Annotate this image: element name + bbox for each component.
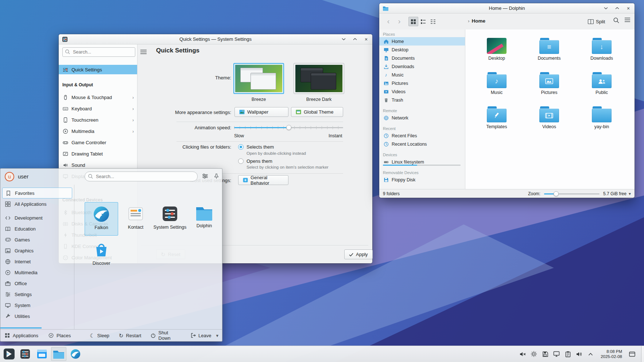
places-item-floppy-disk[interactable]: Floppy Disk [379,176,465,184]
show-desktop-icon[interactable] [628,350,636,358]
settings-titlebar[interactable]: Quick Settings — System Settings × [59,34,372,44]
volume-icon[interactable] [575,350,583,358]
back-button[interactable]: ‹ [384,16,393,26]
user-avatar[interactable]: u [5,172,14,181]
nav-item-touchscreen[interactable]: Touchscreen › [59,114,137,126]
nav-item-quick-settings[interactable]: Quick Settings [59,65,137,74]
folder-videos[interactable]: Videos [523,106,575,139]
leave-button[interactable]: Leave ▾ [191,333,218,338]
taskbar-task-falkon[interactable] [68,347,83,361]
sidebar-item-internet[interactable]: Internet [0,256,74,267]
display-icon[interactable] [552,350,560,358]
night-color-icon[interactable] [530,350,538,358]
opens-them-label[interactable]: Opens them [247,158,272,164]
places-item-downloads[interactable]: Downloads [379,62,465,71]
applications-tab[interactable]: Applications [4,333,38,339]
folder-pictures[interactable]: Pictures [523,72,575,105]
places-item-network[interactable]: Network [379,114,465,122]
application-launcher-button[interactable] [2,347,16,361]
nav-item-multimedia[interactable]: Multimedia › [59,126,137,137]
nav-item-mouse-touchpad[interactable]: Mouse & Touchpad › [59,92,137,103]
launcher-search-input[interactable] [85,172,198,181]
restart-button[interactable]: ↻ Restart [119,333,141,338]
animation-speed-slider[interactable] [234,125,343,130]
folder-music[interactable]: ♪ Music [470,72,523,105]
places-item-trash[interactable]: Trash [379,96,465,104]
sidebar-item-utilities[interactable]: Utilities [0,311,74,322]
minimize-button[interactable] [603,5,609,11]
app-tile-falkon[interactable]: Falkon [85,202,118,236]
settings-search-field[interactable] [62,47,135,57]
sidebar-item-office[interactable]: Office [0,278,74,289]
settings-search-input[interactable] [62,47,135,57]
nav-item-drawing-tablet[interactable]: Drawing Tablet [59,148,137,160]
sidebar-item-development[interactable]: Development [0,212,74,223]
places-item-music[interactable]: ♪ Music [379,71,465,79]
nav-item-keyboard[interactable]: Keyboard › [59,103,137,114]
compact-view-button[interactable] [428,17,438,26]
places-item-home[interactable]: Home [379,37,465,46]
apply-button[interactable]: Apply [344,249,373,259]
folder-downloads[interactable]: ↓ Downloads [575,38,628,71]
places-item-desktop[interactable]: Desktop [379,46,465,54]
sidebar-item-multimedia[interactable]: Multimedia [0,267,74,278]
clipboard-icon[interactable] [564,350,572,358]
app-tile-discover[interactable]: Discover [85,238,118,272]
disk-devices-icon[interactable] [541,350,549,358]
dolphin-titlebar[interactable]: Home — Dolphin × [379,3,635,13]
breadcrumb-home[interactable]: Home [472,18,486,24]
minimize-button[interactable] [341,36,346,42]
folder-templates[interactable]: Templates [470,106,523,139]
slider-handle[interactable] [286,125,291,130]
split-button[interactable]: Split [588,17,605,26]
app-tile-system-settings[interactable]: System Settings [153,202,187,236]
sidebar-item-graphics[interactable]: Graphics [0,245,74,256]
taskbar-task-app-window[interactable] [34,347,50,361]
folder-yay-bin[interactable]: yay-bin [575,106,628,139]
launcher-search-field[interactable] [85,172,198,181]
taskbar-task-system-settings[interactable] [18,347,33,361]
zoom-slider-handle[interactable] [554,191,559,196]
digital-clock[interactable]: 8:08 PM 2025-02-08 [601,349,622,359]
sidebar-item-games[interactable]: Games [0,234,74,245]
places-item-recent-files[interactable]: Recent Files [379,131,465,140]
search-icon[interactable] [613,17,620,24]
details-view-button[interactable] [418,17,428,26]
places-item-videos[interactable]: Videos [379,87,465,96]
places-item-recent-locations[interactable]: Recent Locations [379,140,465,148]
pin-icon[interactable] [214,173,219,179]
forward-button[interactable]: › [395,16,404,26]
shut-down-button[interactable]: Shut Down [151,330,181,341]
sidebar-item-system[interactable]: System [0,300,74,311]
volume-muted-icon[interactable] [519,350,527,358]
places-tab[interactable]: Places [48,333,71,339]
sidebar-item-education[interactable]: Education [0,223,74,234]
taskbar-task-dolphin[interactable] [51,347,66,361]
show-desktop-edge[interactable] [641,346,644,362]
sidebar-scroll-indicator[interactable] [0,327,42,328]
zoom-slider[interactable] [544,191,600,197]
theme-option-breeze-dark[interactable] [294,63,344,94]
nav-item-game-controller[interactable]: Game Controller [59,137,137,148]
icons-view-button[interactable] [408,17,418,26]
radio-opens-them[interactable] [238,158,244,164]
radio-selects-them[interactable] [238,144,244,150]
places-item-documents[interactable]: Documents [379,54,465,62]
places-item-linux-filesystem[interactable]: Linux filesystem [379,158,465,166]
breadcrumb[interactable]: › Home [468,18,485,24]
app-tile-kontact[interactable]: Kontact [119,202,152,236]
folder-public[interactable]: Public [575,72,628,105]
folder-documents[interactable]: ≡ Documents [523,38,575,71]
configure-icon[interactable] [202,173,208,179]
close-button[interactable]: × [625,5,631,11]
chevron-down-icon[interactable]: ▾ [629,191,631,196]
general-behavior-button[interactable]: General Behavior [238,175,288,185]
wallpaper-button[interactable]: Wallpaper [234,107,288,117]
close-button[interactable]: × [363,36,369,42]
sidebar-item-all-applications[interactable]: All Applications [0,198,74,209]
theme-option-breeze[interactable] [233,63,284,94]
maximize-button[interactable] [352,36,358,42]
dolphin-folder-view[interactable]: Desktop ≡ Documents ↓ Downloads ♪ Music … [465,29,635,189]
sleep-button[interactable]: ☾ Sleep [90,333,109,338]
app-tile-dolphin[interactable]: Dolphin [187,202,221,236]
